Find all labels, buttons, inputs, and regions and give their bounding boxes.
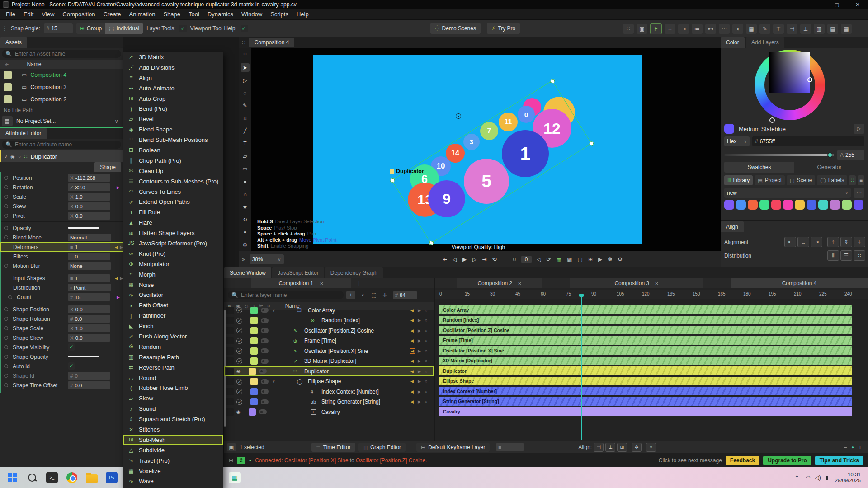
close-icon[interactable]: ✕: [518, 281, 521, 286]
status-button-tips-and-tricks[interactable]: Tips and Tricks: [815, 456, 863, 465]
arrow-bar-icon[interactable]: ⇥: [678, 24, 689, 34]
key-circle[interactable]: ○: [425, 349, 427, 353]
key-circle[interactable]: ○: [425, 389, 427, 394]
attr-value-field[interactable]: ≡1: [68, 243, 110, 251]
attr-value-field[interactable]: Normal: [68, 234, 111, 241]
layer-row-oscillator-position-x-sine[interactable]: ✓∿Oscillator [Position.X] Sine◀▶○: [224, 346, 433, 356]
keyframe-socket[interactable]: [4, 364, 8, 368]
checkbox[interactable]: ✓: [68, 343, 75, 351]
visibility-check[interactable]: ✓: [236, 358, 242, 364]
palette-more-button[interactable]: ⋯: [854, 188, 864, 198]
attr-row-skew[interactable]: SkewX0.0: [1, 202, 123, 211]
menu-item-noise[interactable]: ▩Noise: [123, 280, 223, 290]
camera-count[interactable]: 0: [521, 256, 532, 263]
tab-shape[interactable]: Shape: [94, 162, 121, 172]
layer-row-ellipse-shape[interactable]: ✓∨◯Ellipse Shape◀▶○: [224, 377, 433, 386]
layer-color-swatch[interactable]: [250, 317, 258, 324]
asset-row[interactable]: ▭Composition 4: [0, 69, 123, 81]
zoom-select[interactable]: 38% ∨: [250, 254, 284, 264]
layer-color-swatch[interactable]: [250, 307, 258, 314]
attr-row-opacity[interactable]: Opacity: [1, 223, 123, 233]
play-button[interactable]: ▶: [460, 256, 470, 263]
minimize-button[interactable]: —: [806, 0, 826, 9]
menu-item-add-divisions[interactable]: ⋰Add Divisions: [123, 62, 223, 73]
align-button[interactable]: ⤒: [827, 237, 839, 247]
tab-swatches[interactable]: Swatches: [724, 162, 794, 173]
key-circle[interactable]: ○: [425, 369, 427, 374]
keyframe-value-field[interactable]: ≡-: [496, 443, 524, 451]
tab-add-layers[interactable]: Add Layers: [746, 37, 784, 48]
palette-swatch[interactable]: [807, 200, 816, 210]
align-bottom-icon[interactable]: ⊥: [800, 24, 811, 34]
keyframe-socket[interactable]: [4, 383, 8, 387]
menu-item-extend-open-paths[interactable]: ⇗Extend Open Paths: [123, 197, 223, 207]
attr-value-field[interactable]: ≡0: [68, 253, 110, 260]
prev-key-arrow[interactable]: ◀: [410, 369, 414, 374]
menu-item-skew[interactable]: ▱Skew: [123, 393, 223, 404]
solo-circle-icon[interactable]: ○: [18, 154, 21, 159]
layer-color-swatch[interactable]: [250, 347, 258, 355]
attr-row-position[interactable]: PositionX-113.268: [1, 173, 123, 183]
clip-toggle[interactable]: [259, 409, 267, 414]
selection-handle[interactable]: [390, 178, 395, 183]
align-button[interactable]: ↔: [797, 237, 809, 247]
taskbar-spreadsheet[interactable]: ▦: [227, 470, 242, 485]
menu-create[interactable]: Create: [99, 9, 125, 20]
attr-value-field[interactable]: #15: [68, 293, 110, 301]
layer-color-swatch[interactable]: [249, 368, 256, 375]
close-button[interactable]: ✕: [847, 0, 868, 9]
menu-item-javascript-deformer-pro-[interactable]: JSJavaScript Deformer (Pro): [123, 238, 223, 249]
hue-selector[interactable]: [769, 117, 775, 123]
palette-swatch[interactable]: [842, 200, 852, 210]
timeline-bar-index-context-number-[interactable]: Index Context [Number]: [439, 387, 852, 395]
playhead-handle[interactable]: [579, 294, 584, 297]
menu-item-bevel[interactable]: ▱Bevel: [123, 114, 223, 124]
menu-view[interactable]: View: [38, 9, 58, 20]
select-tool[interactable]: ➤: [241, 63, 250, 72]
menu-item-auto-crop[interactable]: ⊞Auto-Crop: [123, 94, 223, 104]
attr-row-scale[interactable]: ScaleX1.0: [1, 192, 123, 202]
menu-item-align[interactable]: ≡Align: [123, 73, 223, 83]
project-select[interactable]: No Project Set...: [16, 118, 56, 124]
tab-composition-3[interactable]: Composition 3✕: [570, 278, 703, 288]
status-button-feedback[interactable]: Feedback: [726, 456, 760, 465]
visibility-check[interactable]: ✓: [236, 318, 242, 324]
rows-icon[interactable]: ▤: [827, 24, 838, 34]
menu-item-boolean[interactable]: ⊡Boolean: [123, 145, 223, 155]
menu-item-voxelize[interactable]: ▦Voxelize: [123, 466, 223, 476]
next-key-arrow[interactable]: ▶: [120, 276, 123, 281]
menu-item-fill-rule[interactable]: ◑Fill Rule: [123, 207, 223, 217]
layer-color-swatch[interactable]: [250, 337, 258, 344]
menu-tool[interactable]: Tool: [184, 9, 203, 20]
layer-row-cavalry[interactable]: ◉TCavalry: [224, 407, 433, 417]
render-icon[interactable]: ▶: [598, 256, 602, 263]
grid-dots-icon[interactable]: ∷: [623, 24, 634, 34]
palette-swatch[interactable]: [783, 200, 793, 210]
keyframe-socket[interactable]: [4, 317, 8, 321]
timeline-bar-oscillator-position-x-sine[interactable]: Oscillator [Position.X] Sine: [439, 346, 852, 355]
menu-item-subdivide[interactable]: △Subdivide: [123, 445, 223, 455]
attr-value-field[interactable]: •Point: [68, 284, 111, 291]
attr-value-field[interactable]: #0.0: [68, 381, 110, 389]
key-circle[interactable]: ○: [425, 359, 427, 363]
prev-key-arrow[interactable]: ◀: [115, 245, 118, 249]
align-button[interactable]: ⤓: [854, 237, 865, 247]
timeline-bar-cavalry[interactable]: Cavalry: [439, 407, 852, 416]
frame-field[interactable]: #84: [393, 291, 417, 299]
palette-swatch[interactable]: [854, 200, 863, 210]
menu-item-blend-sub-mesh-positions[interactable]: ∷Blend Sub-Mesh Positions: [123, 135, 223, 145]
pattern-icon[interactable]: ▩: [567, 256, 572, 263]
menu-item-3d-matrix[interactable]: ↗3D Matrix: [123, 52, 223, 62]
menu-help[interactable]: Help: [292, 9, 313, 20]
timeline-bar-string-generator-string-[interactable]: String Generator [String]: [439, 397, 852, 406]
opacity-slider[interactable]: [68, 227, 99, 229]
clip-toggle[interactable]: [261, 399, 269, 404]
next-key-arrow[interactable]: ▶: [418, 369, 421, 374]
footer-align-button[interactable]: ⊞: [617, 443, 627, 452]
isolate-icon[interactable]: ⬚: [371, 292, 376, 298]
attr-value-field[interactable]: X0.0: [68, 334, 110, 342]
attr-row-blend-mode[interactable]: Blend ModeNormal: [1, 233, 123, 242]
timeline-bar-3d-matrix-duplicator-[interactable]: 3D Matrix [Duplicator]: [439, 357, 852, 365]
tab-attribute-editor[interactable]: Attribute Editor: [0, 128, 47, 139]
attr-row-shape-rotation[interactable]: Shape Rotation#0.0: [1, 314, 123, 324]
